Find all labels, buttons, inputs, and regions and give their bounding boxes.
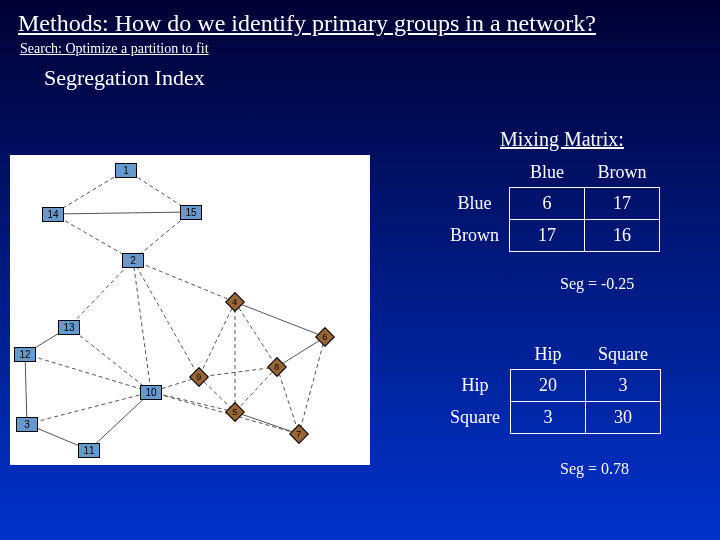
- svg-line-6: [133, 260, 235, 302]
- svg-line-8: [133, 260, 151, 392]
- svg-line-10: [235, 302, 277, 367]
- svg-line-17: [277, 367, 299, 434]
- m2-row-1: Square: [440, 402, 510, 434]
- seg-value-1: Seg = -0.25: [560, 275, 634, 293]
- mixing-matrix-1: Blue Brown Blue 6 17 Brown 17 16: [440, 158, 660, 252]
- seg-value-2: Seg = 0.78: [560, 460, 629, 478]
- m2-cell-01: 3: [585, 370, 660, 402]
- m2-cell-11: 30: [585, 402, 660, 434]
- graph-edges: [10, 155, 370, 465]
- svg-line-15: [199, 367, 277, 377]
- svg-line-27: [27, 392, 151, 424]
- m1-cell-10: 17: [510, 220, 585, 252]
- node-13: 13: [58, 320, 80, 335]
- m1-row-1: Brown: [440, 220, 510, 252]
- node-2: 2: [122, 253, 144, 268]
- m2-col-1: Square: [585, 340, 660, 370]
- node-14: 14: [42, 207, 64, 222]
- svg-line-14: [299, 337, 325, 434]
- svg-line-21: [235, 412, 299, 434]
- m2-col-0: Hip: [510, 340, 585, 370]
- m2-cell-00: 20: [510, 370, 585, 402]
- section-heading: Segregation Index: [0, 59, 720, 93]
- mixing-matrix-heading: Mixing Matrix:: [500, 128, 624, 151]
- node-12: 12: [14, 347, 36, 362]
- node-11: 11: [78, 443, 100, 458]
- svg-line-28: [89, 392, 151, 450]
- subtitle: Search: Optimize a partition to fit: [0, 39, 720, 59]
- svg-line-23: [69, 327, 151, 392]
- node-1: 1: [115, 163, 137, 178]
- m1-col-0: Blue: [510, 158, 585, 188]
- svg-line-24: [25, 354, 27, 424]
- svg-line-20: [151, 392, 235, 412]
- node-3: 3: [16, 417, 38, 432]
- node-15: 15: [180, 205, 202, 220]
- svg-line-12: [199, 302, 235, 377]
- m2-row-0: Hip: [440, 370, 510, 402]
- m2-cell-10: 3: [510, 402, 585, 434]
- svg-line-5: [69, 260, 133, 327]
- node-10: 10: [140, 385, 162, 400]
- svg-line-16: [235, 367, 277, 412]
- svg-line-3: [53, 214, 133, 260]
- svg-line-29: [151, 392, 299, 434]
- m1-cell-00: 6: [510, 188, 585, 220]
- network-graph: 114152413612891053711: [10, 155, 370, 465]
- svg-line-2: [53, 212, 191, 214]
- m1-cell-01: 17: [585, 188, 660, 220]
- m1-cell-11: 16: [585, 220, 660, 252]
- m1-row-0: Blue: [440, 188, 510, 220]
- svg-line-9: [235, 302, 325, 337]
- m1-col-1: Brown: [585, 158, 660, 188]
- svg-line-7: [133, 260, 199, 377]
- page-title: Methods: How do we identify primary grou…: [0, 0, 720, 39]
- svg-line-25: [25, 354, 151, 392]
- svg-line-13: [277, 337, 325, 367]
- mixing-matrix-2: Hip Square Hip 20 3 Square 3 30: [440, 340, 661, 434]
